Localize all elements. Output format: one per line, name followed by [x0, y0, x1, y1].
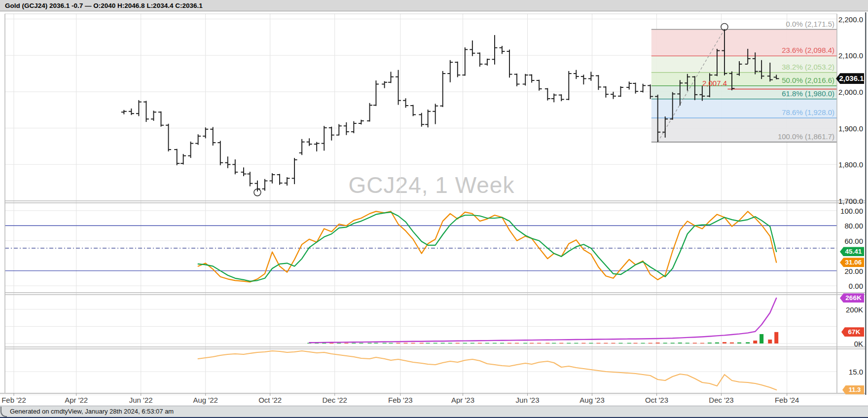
date-tick-label: Aug '23: [579, 396, 604, 404]
stoch-tick-label: 0.00: [849, 282, 863, 290]
fib-level-label: 78.6% (1,928.0): [782, 108, 834, 116]
date-tick-label: Apr '22: [65, 396, 88, 404]
volume-oi-panel: [5, 298, 837, 343]
date-tick-label: Feb '24: [775, 396, 799, 404]
volume-tick-label: 0K: [854, 340, 863, 348]
atr-badge: 11.3: [842, 385, 864, 394]
chart-window: Gold (GCJ24) 2036.1 -0.7 — O:2040 H:2046…: [0, 0, 868, 418]
fib-level-label: 23.6% (2,098.4): [782, 46, 834, 54]
stochastic-panel: [5, 211, 837, 286]
date-tick-label: Oct '22: [258, 396, 282, 404]
price-tick-label: 2,000.0: [838, 87, 863, 96]
date-tick-label: Oct '23: [645, 396, 668, 404]
generated-timestamp: Generated on cmdtyView, January 28th 202…: [10, 408, 174, 415]
footer-bar: Generated on cmdtyView, January 28th 202…: [0, 406, 868, 417]
fib-level-label: 50.0% (2,016.6): [782, 76, 834, 84]
price-tick-label: 2,100.0: [838, 51, 863, 60]
last-price-badge: 2,036.1: [836, 73, 864, 84]
date-tick-label: Apr '23: [451, 396, 474, 404]
fib-level-label: 0.0% (2,171.5): [786, 20, 834, 28]
volume-badge: 67K: [841, 327, 864, 337]
date-tick-label: Dec '23: [709, 396, 733, 404]
date-tick-label: Aug '22: [193, 396, 217, 404]
hline-price-label: 2,007.4: [702, 79, 727, 87]
price-tick-label: 1,700.0: [838, 197, 863, 205]
atr-tick-label: 15.0: [849, 368, 863, 376]
chart-canvas[interactable]: [0, 0, 868, 406]
atr-panel: [5, 351, 837, 390]
price-tick-label: 1,800.0: [838, 160, 863, 169]
volume-tick-label: 200K: [846, 305, 863, 313]
fib-level-label: 38.2% (2,053.2): [782, 63, 834, 71]
fib-level-label: 61.8% (1,980.0): [782, 89, 834, 98]
date-tick-label: Feb '23: [388, 396, 413, 404]
stoch-tick-label: 100.00: [840, 206, 863, 215]
open-interest-badge: 266K: [840, 293, 864, 303]
stoch-tick-label: 60.00: [844, 236, 863, 245]
date-tick-label: Dec '22: [322, 396, 347, 404]
stoch-k-badge: 31.06: [840, 258, 864, 267]
price-tick-label: 1,900.0: [838, 124, 863, 132]
date-tick-label: Jun '22: [129, 396, 153, 404]
date-tick-label: Feb '22: [1, 396, 26, 404]
stoch-tick-label: 20.00: [844, 266, 863, 275]
stoch-tick-label: 80.00: [844, 222, 863, 230]
fib-level-label: 100.0% (1,861.7): [778, 132, 834, 141]
date-tick-label: Jun '23: [516, 396, 540, 404]
price-tick-label: 2,200.0: [838, 15, 863, 23]
stoch-d-badge: 45.41: [840, 247, 864, 256]
